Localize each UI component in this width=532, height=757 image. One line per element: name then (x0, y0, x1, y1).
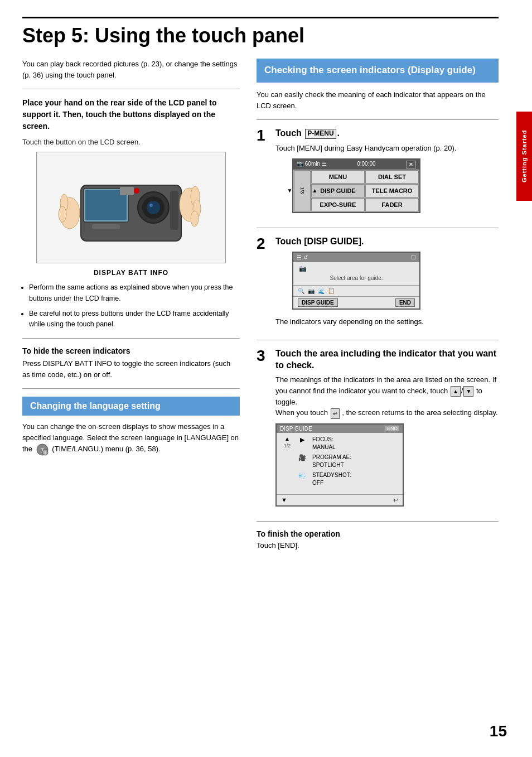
svg-point-5 (147, 201, 160, 214)
step-3-title: Touch the area including the indicator t… (275, 348, 499, 372)
divider-right-1 (257, 119, 499, 120)
step-2: 2 Touch [DISP GUIDE]. ☰ ↺ ☐ 📷 (257, 236, 499, 332)
step-3: 3 Touch the area including the indicator… (257, 348, 499, 513)
dd-row-num: 1/2 (284, 443, 291, 449)
dd-bottom: ▼ ↩ (277, 494, 403, 505)
intro-text: You can play back recorded pictures (p. … (22, 59, 240, 81)
page-title: Step 5: Using the touch panel (22, 17, 499, 47)
check-section-header: Checking the screen indicators (Display … (257, 59, 499, 83)
svg-point-10 (191, 211, 199, 226)
lang-body-text: You can change the on-screen displays to… (22, 421, 240, 456)
divider-2 (22, 338, 240, 339)
dd-return-icon: ↩ (393, 496, 398, 504)
disp-guide-btn[interactable]: DISP GUIDE (298, 298, 338, 307)
menu-item-tele-macro[interactable]: TELE MACRO (365, 184, 419, 197)
dg-camera-icon: 📷 (299, 265, 307, 272)
step-1: 1 Touch P-MENU. Touch [MENU] during Easy… (257, 128, 499, 219)
page-number: 15 (490, 722, 507, 740)
menu-mockup: 📷 60min ☰ 0:00:00 ✕ ▲ 1/3 ▼ (292, 158, 420, 213)
divider-3 (22, 388, 240, 389)
bullet-list: Perform the same actions as explained ab… (29, 282, 240, 330)
menu-item-expo-sure[interactable]: EXPO-SURE (311, 198, 365, 211)
menu-item-menu[interactable]: MENU (311, 170, 365, 184)
disp-detail-screen: DISP GUIDE END ▲ 1/2 (275, 423, 404, 507)
divider-right-4 (257, 521, 499, 522)
menu-time: 📷 60min ☰ (297, 161, 327, 168)
disp-guide-screen: ☰ ↺ ☐ 📷 Select area for guide. 🔍 (292, 252, 420, 310)
step-2-number: 2 (257, 236, 270, 252)
camera-illustration (36, 152, 226, 263)
dg-icon-d: 📋 (328, 288, 335, 294)
dg-bottom: DISP GUIDE END (293, 297, 419, 308)
dd-end-btn[interactable]: END (385, 426, 399, 431)
step-3-body: The meanings of the indicators in the ar… (275, 374, 499, 418)
svg-rect-14 (120, 187, 134, 195)
dg-icon-c: 🌊 (318, 288, 325, 294)
divider-1 (22, 89, 240, 89)
pmenu-box: P-MENU (305, 129, 336, 139)
end-btn[interactable]: END (395, 298, 415, 307)
dd-body: ▲ 1/2 ▶ FOCUS:MANUAL (277, 433, 403, 494)
step-2-title: Touch [DISP GUIDE]. (275, 236, 499, 248)
to-finish-heading: To finish the operation (257, 529, 499, 538)
svg-rect-17 (92, 224, 120, 229)
dd-item-1: ▶ FOCUS:MANUAL (296, 436, 398, 451)
svg-point-13 (59, 206, 66, 222)
step-1-title: Touch P-MENU. (275, 128, 499, 139)
svg-point-6 (149, 204, 153, 207)
bullet-item-1: Perform the same actions as explained ab… (29, 282, 240, 304)
divider-right-3 (257, 340, 499, 340)
menu-item-dial-set[interactable]: DIAL SET (365, 170, 419, 184)
arrow-down-btn: ▼ (463, 386, 473, 397)
to-hide-text: Press DISPLAY BATT INFO to toggle the sc… (22, 358, 240, 380)
time-langu-icon: T i (36, 443, 49, 456)
bold-instruction: Place your hand on the rear side of the … (22, 97, 240, 132)
dd-top: DISP GUIDE END (277, 425, 403, 433)
svg-point-16 (134, 188, 139, 194)
dd-item-2: 🎥 PROGRAM AE:SPOTLIGHT (296, 454, 398, 469)
menu-time-right: 0:00:00 (357, 161, 375, 168)
step-1-number: 1 (257, 128, 270, 143)
menu-item-disp-guide[interactable]: DISP GUIDE (311, 184, 365, 197)
return-btn: ↩ (331, 408, 340, 419)
dd-title: DISP GUIDE (280, 426, 312, 432)
display-label: DISPLAY BATT INFO (22, 269, 240, 277)
bullet-item-2: Be careful not to press buttons under th… (29, 308, 240, 330)
dg-icon-a: 🔍 (298, 288, 304, 294)
step-1-body: Touch [MENU] during Easy Handycam operat… (275, 143, 499, 154)
step-3-number: 3 (257, 348, 270, 364)
check-intro: You can easily check the meaning of each… (257, 89, 499, 112)
lang-section-header: Changing the language setting (22, 397, 240, 416)
menu-item-fader[interactable]: FADER (365, 198, 419, 211)
dg-icon-b: 📷 (308, 288, 315, 294)
dg-body-row: 📷 (299, 265, 414, 272)
sub-text: Touch the button on the LCD screen. (22, 138, 240, 146)
svg-text:i: i (45, 451, 46, 455)
close-icon: ✕ (406, 161, 416, 168)
menu-page: ▲ 1/3 ▼ (294, 170, 311, 211)
divider-right-2 (257, 228, 499, 228)
dg-select-text: Select area for guide. (299, 274, 414, 282)
svg-rect-15 (170, 191, 178, 230)
dg-icon-1: ☰ ↺ (297, 254, 308, 261)
arrow-up-btn: ▲ (451, 386, 461, 397)
dd-item-3: 💨 STEADYSHOT:OFF (296, 471, 398, 487)
side-tab: Getting Started (516, 112, 532, 201)
to-finish-section: To finish the operation Touch [END]. (257, 529, 499, 551)
step-2-body: The indicators vary depending on the set… (275, 316, 499, 327)
to-hide-heading: To hide the screen indicators (22, 346, 240, 355)
dg-icons-row: 🔍 📷 🌊 📋 (293, 285, 419, 297)
to-finish-body: Touch [END]. (257, 540, 499, 551)
